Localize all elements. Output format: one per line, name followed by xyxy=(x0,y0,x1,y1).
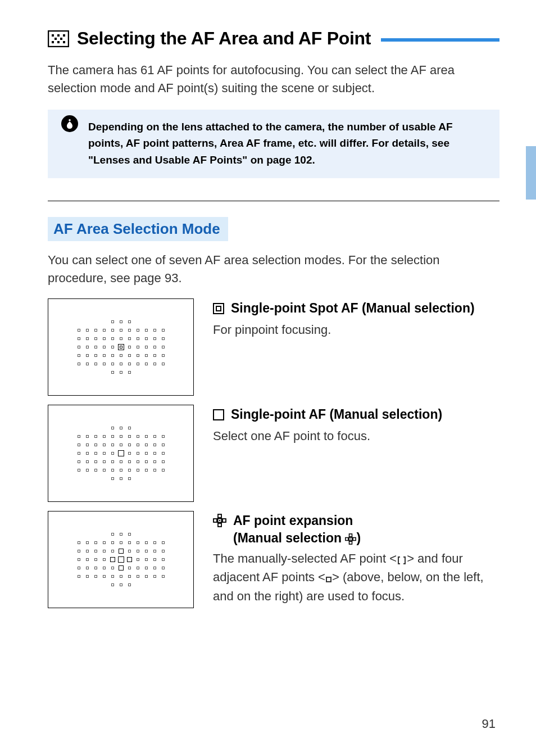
mode-expand-desc: The manually-selected AF point <> and fo… xyxy=(213,550,499,605)
page-title: Selecting the AF Area and AF Point xyxy=(77,28,371,49)
svg-rect-4 xyxy=(54,38,57,40)
mode-expand-title-line2-prefix: (Manual selection xyxy=(233,531,345,545)
page-number: 91 xyxy=(482,717,496,731)
svg-rect-12 xyxy=(218,514,221,518)
mode-expand-title: AF point expansion (Manual selection ) xyxy=(233,512,361,547)
mode-expand-title-line1: AF point expansion xyxy=(233,513,353,528)
svg-rect-0 xyxy=(48,31,69,47)
af-grid-icon xyxy=(48,30,69,47)
diagram-single-af xyxy=(48,405,194,502)
adjacent-point-icon xyxy=(325,569,332,587)
diagram-expand-af xyxy=(48,511,194,608)
af-area-selection-heading: AF Area Selection Mode xyxy=(48,217,228,241)
mode-single-af: Single-point AF (Manual selection) Selec… xyxy=(48,405,499,502)
mode-single-title: Single-point AF (Manual selection) xyxy=(231,406,442,423)
page-title-row: Selecting the AF Area and AF Point xyxy=(48,28,499,49)
mode-expand-desc-a: The manually-selected AF point < xyxy=(213,551,397,565)
svg-rect-9 xyxy=(214,304,224,314)
mode-expand-title-row: AF point expansion (Manual selection ) xyxy=(213,512,499,547)
svg-rect-10 xyxy=(216,306,221,311)
mode-single-desc: Select one AF point to focus. xyxy=(213,427,499,445)
single-af-icon xyxy=(213,408,224,425)
af-point-bracket-icon xyxy=(397,551,407,569)
page-side-tab xyxy=(526,146,536,200)
svg-rect-7 xyxy=(57,41,60,43)
svg-rect-16 xyxy=(222,519,226,522)
svg-rect-2 xyxy=(57,34,60,37)
svg-rect-11 xyxy=(214,410,224,420)
mode-expand-af: AF point expansion (Manual selection ) T… xyxy=(48,511,499,608)
intro-paragraph: The camera has 61 AF points for autofocu… xyxy=(48,61,499,97)
svg-rect-23 xyxy=(349,541,352,544)
svg-rect-3 xyxy=(63,34,65,37)
title-rule xyxy=(381,38,499,42)
warning-icon xyxy=(61,115,78,132)
svg-rect-17 xyxy=(218,523,221,527)
section-divider xyxy=(48,201,499,201)
section-intro-paragraph: You can select one of seven AF area sele… xyxy=(48,251,499,287)
mode-expand-title-line2-suffix: ) xyxy=(356,531,361,545)
svg-rect-13 xyxy=(214,519,217,522)
expand-af-icon xyxy=(213,514,226,532)
svg-rect-22 xyxy=(353,538,356,541)
mode-spot-title: Single-point Spot AF (Manual selection) xyxy=(231,300,475,317)
svg-rect-15 xyxy=(219,520,220,521)
mode-spot-title-row: Single-point Spot AF (Manual selection) xyxy=(213,300,499,319)
expand-af-icon-inline xyxy=(345,530,356,547)
svg-rect-18 xyxy=(349,534,352,537)
spot-af-icon xyxy=(213,301,224,319)
svg-rect-8 xyxy=(63,41,65,43)
mode-spot-desc: For pinpoint focusing. xyxy=(213,321,499,339)
svg-rect-21 xyxy=(351,538,352,540)
lens-note-text: Depending on the lens attached to the ca… xyxy=(88,121,453,166)
svg-rect-19 xyxy=(346,538,348,541)
svg-rect-5 xyxy=(60,38,62,40)
diagram-spot-af xyxy=(48,298,194,396)
mode-single-title-row: Single-point AF (Manual selection) xyxy=(213,406,499,425)
lens-note-box: Depending on the lens attached to the ca… xyxy=(48,110,499,178)
svg-rect-24 xyxy=(326,577,331,582)
svg-rect-6 xyxy=(52,41,54,43)
svg-rect-1 xyxy=(52,34,54,37)
mode-spot-af: Single-point Spot AF (Manual selection) … xyxy=(48,298,499,396)
